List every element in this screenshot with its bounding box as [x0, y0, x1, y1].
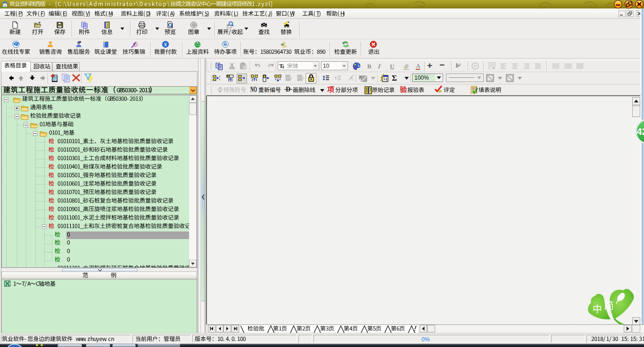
svg-text:C: C: [352, 78, 354, 81]
svg-text:DVD: DVD: [224, 44, 227, 46]
svg-text:42: 42: [636, 126, 644, 137]
